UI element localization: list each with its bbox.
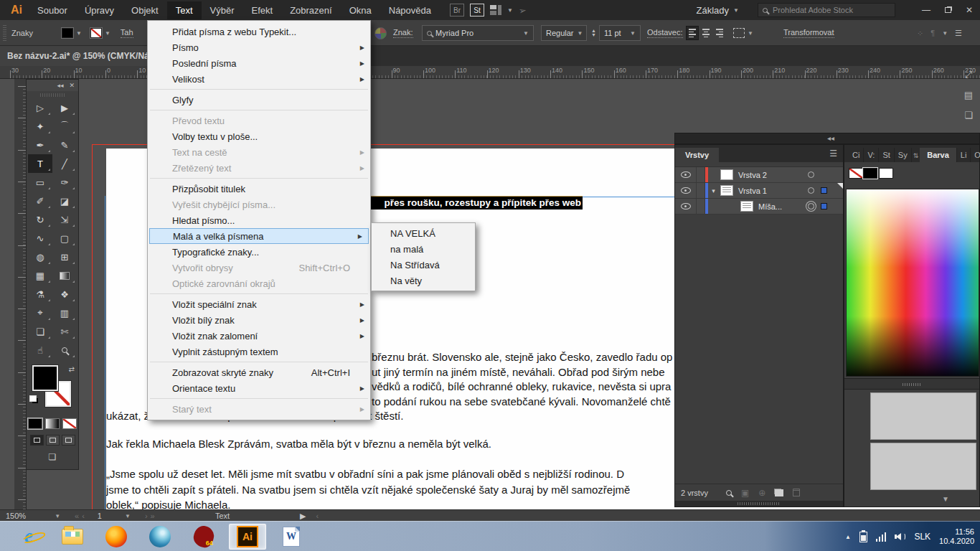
panel-grip[interactable]	[3, 25, 6, 41]
character-label[interactable]: Znak:	[393, 28, 413, 38]
toolbar-grip[interactable]	[40, 93, 65, 97]
vertical-ruler[interactable]	[14, 79, 27, 509]
paragraph-text[interactable]: Jak řekla Michaela Blesk Zprávám, svatba…	[106, 438, 491, 450]
font-size-stepper[interactable]: ▲▼	[591, 29, 596, 37]
pen-tool[interactable]: ✒	[28, 136, 52, 154]
collapse-panels-icon[interactable]: ◂◂	[827, 134, 834, 142]
clock[interactable]: 11:56 10.4.2020	[939, 527, 974, 546]
menu-item-vlozit-znak-zalomeni[interactable]: Vložit znak zalomení▶	[148, 328, 370, 344]
chevron-down-icon[interactable]: ▼	[942, 495, 949, 503]
lock-column[interactable]	[697, 199, 705, 214]
stock-icon[interactable]: St	[470, 4, 484, 17]
submenu-item-na-vety[interactable]: Na věty	[372, 273, 475, 288]
symbol-sprayer-tool[interactable]: ⌖	[28, 303, 52, 322]
visibility-toggle[interactable]	[675, 167, 697, 182]
tab-ci[interactable]: Ci	[849, 148, 864, 162]
tab-stepper-icon[interactable]: ⇅	[912, 149, 920, 162]
menu-item-velikost[interactable]: Velikost▶	[148, 71, 370, 87]
submenu-item-na-stridava[interactable]: Na Střídavá	[372, 257, 475, 273]
width-tool[interactable]: ∿	[28, 229, 52, 248]
chevron-down-icon[interactable]: ▼	[507, 7, 513, 14]
menu-item-hledat-pismo[interactable]: Hledat písmo...	[148, 212, 370, 228]
recolor-artwork-icon[interactable]	[374, 27, 387, 39]
zoom-tool[interactable]	[52, 341, 77, 359]
mesh-tool[interactable]: ▦	[28, 266, 52, 285]
bridge-icon[interactable]: Br	[450, 4, 464, 17]
chevron-down-icon[interactable]: ▾	[708, 187, 719, 194]
status-back-icon[interactable]: ‹	[316, 512, 319, 520]
stock-search-box[interactable]	[758, 3, 895, 17]
menu-item-vyresit-chybejici-pisma[interactable]: Vyřešit chybějící písma...	[148, 197, 370, 212]
black-swatch[interactable]	[863, 168, 877, 179]
shaper-tool[interactable]: ✐	[28, 192, 52, 210]
menu-zobrazeni[interactable]: Zobrazení	[281, 1, 341, 19]
taskbar-browser[interactable]	[141, 524, 179, 550]
menu-item-posledni-pisma[interactable]: Poslední písma▶	[148, 55, 370, 71]
menu-efekt[interactable]: Efekt	[243, 1, 282, 19]
arrange-documents-icon[interactable]	[490, 5, 501, 15]
visibility-toggle[interactable]	[675, 183, 697, 198]
zoom-select-icon[interactable]: ▼	[55, 513, 60, 519]
zoom-level[interactable]: 150%	[6, 512, 26, 520]
quote-paragraph[interactable]: „Jsme spolu už deset let. Měli jsme mít …	[106, 466, 630, 509]
magic-wand-tool[interactable]: ✦	[28, 117, 52, 136]
fill-swatch[interactable]	[32, 365, 58, 391]
artboard-tool[interactable]: ❏	[28, 322, 52, 341]
taskbar-file-explorer[interactable]	[54, 524, 91, 550]
eraser-tool[interactable]: ◪	[52, 192, 77, 210]
previous-artboard-icon[interactable]: ‹	[82, 512, 85, 520]
next-artboard-icon[interactable]: ›	[145, 512, 148, 520]
last-artboard-icon[interactable]: »	[151, 512, 155, 520]
status-play-icon[interactable]: ▶	[300, 512, 306, 521]
menu-item-zretezeny-text[interactable]: Zřetězený text▶	[148, 160, 370, 176]
layers-scrollbar[interactable]	[675, 501, 843, 507]
visibility-toggle[interactable]	[675, 199, 697, 214]
options-menu-icon[interactable]: ☰	[955, 29, 962, 38]
artboards-panel-icon[interactable]: ▤	[961, 88, 976, 102]
share-icon[interactable]: ➢	[518, 4, 527, 17]
menu-item-zobrazovat-skryte-znaky[interactable]: Zobrazovat skryté znakyAlt+Ctrl+I	[148, 364, 370, 380]
align-center-button[interactable]	[699, 26, 712, 40]
menu-upravy[interactable]: Úpravy	[76, 1, 123, 19]
menu-text[interactable]: Text	[167, 1, 202, 19]
menu-soubor[interactable]: Soubor	[29, 1, 76, 19]
libraries-panel-icon[interactable]: ❏	[961, 108, 976, 122]
menu-item-prevod-textu[interactable]: Převod textu	[148, 113, 370, 128]
blend-tool[interactable]: ❖	[52, 285, 77, 303]
white-swatch[interactable]	[879, 168, 893, 179]
line-segment-tool[interactable]: ╱	[52, 154, 77, 173]
chevron-down-icon[interactable]: ▼	[748, 30, 753, 37]
taskbar-illustrator[interactable]: Ai	[229, 524, 266, 550]
panel-menu-icon[interactable]: ☰	[829, 149, 837, 159]
stroke-label[interactable]: Tah	[121, 28, 133, 38]
artboard-number[interactable]: 1	[98, 512, 102, 520]
menu-item-text-na-ceste[interactable]: Text na cestě▶	[148, 144, 370, 160]
menu-napoveda[interactable]: Nápověda	[380, 1, 440, 19]
type-tool[interactable]: T	[28, 154, 52, 173]
free-transform-tool[interactable]: ▢	[52, 229, 77, 248]
chevron-down-icon[interactable]: ▼	[105, 30, 110, 37]
language-indicator[interactable]: SLK	[914, 532, 930, 542]
tab-o[interactable]: O	[971, 148, 980, 162]
tab-barva[interactable]: Barva	[920, 148, 957, 162]
submenu-item-na-velka[interactable]: NA VELKÁ	[372, 225, 475, 241]
menu-item-pismo[interactable]: Písmo▶	[148, 39, 370, 55]
envelope-distort-icon[interactable]	[733, 28, 745, 38]
taskbar-internet-explorer[interactable]: e	[10, 524, 47, 550]
menu-okna[interactable]: Okna	[341, 1, 380, 19]
menu-item-vlozit-specialni-znak[interactable]: Vložit speciální znak▶	[148, 296, 370, 312]
color-button[interactable]	[28, 418, 42, 429]
collapse-toolbar-icon[interactable]: ◂◂	[57, 82, 63, 89]
panel-resize-handle[interactable]	[844, 378, 979, 390]
locate-object-icon[interactable]	[726, 490, 732, 496]
target-icon[interactable]	[808, 187, 814, 194]
menu-item-typograficke-znaky[interactable]: Typografické znaky...	[148, 244, 370, 260]
menu-item-orientace-textu[interactable]: Orientace textu▶	[148, 380, 370, 396]
clipping-mask-icon[interactable]: ▣	[741, 488, 749, 498]
swap-fill-stroke-icon[interactable]: ⇄	[69, 365, 75, 373]
taskbar-app-64[interactable]: 64	[185, 524, 222, 550]
font-family-select[interactable]: Myriad Pro ▼	[422, 25, 534, 41]
none-button[interactable]	[62, 418, 77, 429]
align-right-button[interactable]	[713, 26, 726, 40]
menu-vyber[interactable]: Výběr	[202, 1, 243, 19]
